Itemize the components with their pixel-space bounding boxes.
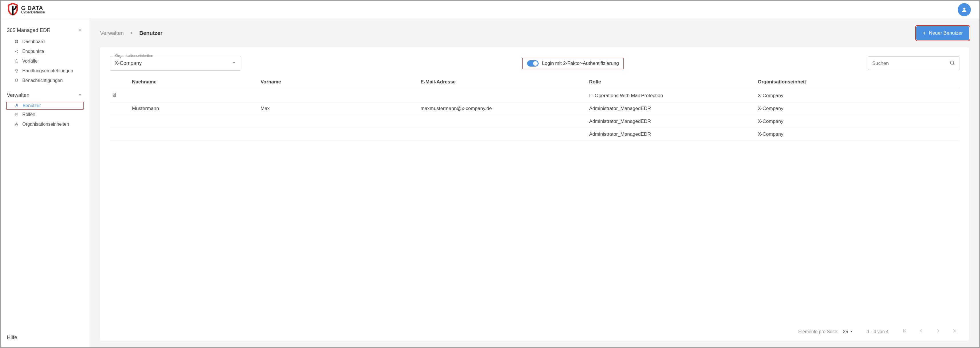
cell-lastname [130, 115, 258, 128]
sidebar-item-label: Dashboard [22, 39, 45, 44]
cell-orgunit: X-Company [756, 102, 959, 115]
sidebar-help-label: Hilfe [7, 335, 17, 340]
cell-email [418, 115, 587, 128]
id-badge-icon [112, 93, 116, 98]
page-last-icon[interactable] [952, 328, 957, 335]
org-icon [14, 122, 19, 126]
svg-rect-15 [15, 113, 18, 116]
chevron-right-icon [129, 30, 134, 36]
sidebar-item-incidents[interactable]: Vorfälle [1, 56, 89, 66]
chevron-down-icon [232, 60, 236, 66]
breadcrumb: Verwalten Benutzer [100, 30, 162, 36]
sidebar-item-label: Organisationseinheiten [22, 122, 69, 127]
search-input[interactable] [872, 60, 946, 66]
breadcrumb-root[interactable]: Verwalten [100, 30, 124, 36]
pagination-perpage-value: 25 [843, 329, 848, 334]
endpoints-icon [14, 49, 19, 53]
dashboard-icon [14, 40, 19, 44]
cell-role: IT Operations With Mail Protection [587, 89, 756, 102]
breadcrumb-current: Benutzer [139, 30, 162, 36]
th-email[interactable]: E-Mail-Adresse [418, 76, 587, 89]
th-lastname[interactable]: Nachname [130, 76, 258, 89]
sidebar-section-manage[interactable]: Verwalten [1, 88, 89, 102]
cell-firstname [258, 128, 418, 141]
sidebar: 365 Managed EDR Dashboard Endpunkte Vorf… [1, 19, 90, 347]
main-header: Verwalten Benutzer + Neuer Benutzer [100, 19, 969, 48]
pagination-perpage: Elemente pro Seite: 25 [798, 329, 853, 334]
th-role[interactable]: Rolle [587, 76, 756, 89]
cell-lastname [130, 128, 258, 141]
cell-firstname: Max [258, 102, 418, 115]
page-next-icon[interactable] [935, 328, 940, 335]
sidebar-item-roles[interactable]: Rollen [1, 110, 89, 119]
svg-point-7 [18, 52, 18, 52]
brand-text: G DATA CyberDefense [21, 5, 45, 14]
svg-point-10 [16, 70, 18, 72]
svg-rect-2 [17, 40, 18, 41]
sidebar-items-365: Dashboard Endpunkte Vorfälle Handlungsem… [1, 37, 89, 88]
svg-marker-28 [851, 331, 852, 332]
cell-email [418, 128, 587, 141]
avatar[interactable] [958, 3, 971, 16]
sidebar-item-users[interactable]: Benutzer [6, 102, 84, 110]
brand: G DATA CyberDefense [8, 3, 45, 16]
svg-line-25 [953, 64, 954, 65]
svg-line-8 [16, 51, 18, 52]
table-row[interactable]: MustermannMaxmaxmustermann@x-company.deA… [110, 102, 959, 115]
sidebar-item-notifications[interactable]: Benachrichtigungen [1, 76, 89, 86]
controls-left: Organisationseinheiten X-Company Login m… [110, 56, 861, 71]
table-row[interactable]: IT Operations With Mail ProtectionX-Comp… [110, 89, 959, 102]
cell-email: maxmustermann@x-company.de [418, 102, 587, 115]
sidebar-item-dashboard[interactable]: Dashboard [1, 37, 89, 46]
cell-email [418, 89, 587, 102]
page-prev-icon[interactable] [919, 328, 924, 335]
pagination-perpage-select[interactable]: 25 [843, 329, 853, 334]
sidebar-item-label: Vorfälle [22, 59, 37, 64]
sidebar-section-365[interactable]: 365 Managed EDR [1, 23, 89, 37]
svg-point-24 [950, 61, 954, 64]
bell-icon [14, 79, 19, 83]
org-unit-select-value: X-Company [115, 60, 142, 66]
sidebar-item-endpoints[interactable]: Endpunkte [1, 46, 89, 56]
svg-line-9 [16, 51, 18, 52]
svg-point-0 [963, 8, 965, 10]
user-icon [14, 104, 19, 108]
cell-orgunit: X-Company [756, 115, 959, 128]
svg-point-5 [15, 51, 16, 52]
lightbulb-icon [14, 69, 19, 73]
sidebar-item-label: Handlungsempfehlungen [22, 68, 73, 73]
svg-rect-1 [15, 40, 17, 42]
page-first-icon[interactable] [902, 328, 907, 335]
twofa-toggle[interactable] [527, 60, 539, 67]
roles-icon [14, 113, 19, 117]
table-row[interactable]: Administrator_ManagedEDRX-Company [110, 128, 959, 141]
sidebar-items-manage: Benutzer Rollen Organisationseinheiten [1, 102, 89, 132]
table-header-row: Nachname Vorname E-Mail-Adresse Rolle Or… [110, 76, 959, 89]
cell-lastname: Mustermann [130, 102, 258, 115]
pagination-perpage-label: Elemente pro Seite: [798, 329, 838, 334]
cell-firstname [258, 89, 418, 102]
twofa-toggle-wrap: Login mit 2-Faktor-Authentifizierung [522, 58, 624, 69]
th-orgunit[interactable]: Organisationseinheit [756, 76, 959, 89]
brand-shield-icon [8, 3, 18, 16]
sidebar-item-orgunits[interactable]: Organisationseinheiten [1, 119, 89, 129]
pagination: Elemente pro Seite: 25 1 - 4 von 4 [110, 324, 959, 337]
cell-orgunit: X-Company [756, 89, 959, 102]
sidebar-item-label: Benachrichtigungen [22, 78, 62, 83]
panel: Organisationseinheiten X-Company Login m… [100, 48, 969, 340]
svg-rect-3 [17, 41, 18, 43]
pagination-range: 1 - 4 von 4 [867, 329, 889, 334]
search-box[interactable] [868, 56, 959, 70]
new-user-button-label: Neuer Benutzer [929, 30, 963, 36]
sidebar-item-recs[interactable]: Handlungsempfehlungen [1, 66, 89, 76]
sidebar-help[interactable]: Hilfe [1, 328, 89, 347]
table-row[interactable]: Administrator_ManagedEDRX-Company [110, 115, 959, 128]
svg-rect-19 [17, 125, 18, 126]
svg-point-14 [16, 104, 18, 106]
svg-rect-17 [16, 123, 17, 124]
new-user-button[interactable]: + Neuer Benutzer [916, 26, 969, 40]
twofa-label: Login mit 2-Faktor-Authentifizierung [542, 60, 619, 66]
sidebar-item-label: Rollen [22, 112, 35, 117]
org-unit-select[interactable]: Organisationseinheiten X-Company [110, 56, 241, 71]
th-firstname[interactable]: Vorname [258, 76, 418, 89]
